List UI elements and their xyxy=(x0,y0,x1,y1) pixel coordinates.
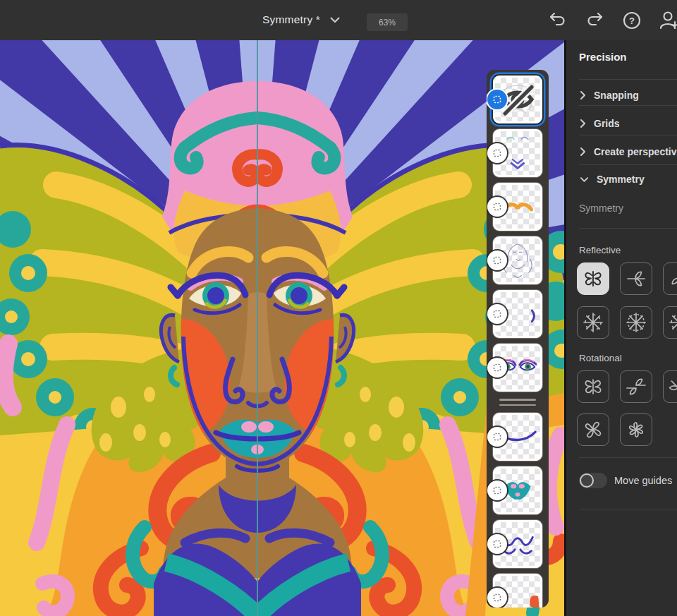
rotate-diagonal-icon[interactable] xyxy=(663,370,677,403)
move-guides-toggle[interactable] xyxy=(579,473,607,488)
divider xyxy=(579,228,677,229)
layers-panel xyxy=(487,70,549,608)
question-circle-icon: ? xyxy=(622,11,642,30)
section-label: Create perspectiv xyxy=(594,146,677,157)
transform-dots-icon[interactable] xyxy=(487,427,507,447)
panel-title: Precision xyxy=(579,51,627,63)
undo-button[interactable] xyxy=(545,10,571,31)
layer-row-small-stroke[interactable] xyxy=(493,290,542,338)
redo-icon xyxy=(585,11,604,30)
layer-row-chin-curve[interactable] xyxy=(493,413,542,461)
transform-dots-icon[interactable] xyxy=(487,90,507,109)
transform-dots-icon[interactable] xyxy=(487,588,507,608)
symmetry-guide-line[interactable] xyxy=(257,40,258,616)
rotational-label: Rotational xyxy=(579,353,622,363)
person-add-icon xyxy=(657,10,677,31)
divider xyxy=(579,105,677,106)
top-bar: Symmetry * 63% ? xyxy=(0,0,677,40)
divider xyxy=(579,509,677,509)
toggle-knob xyxy=(580,473,594,488)
transform-dots-icon[interactable] xyxy=(487,481,507,500)
question-glyph: ? xyxy=(629,16,635,26)
chevron-right-icon xyxy=(580,147,586,157)
rotate-butterfly-icon[interactable] xyxy=(577,370,609,403)
layer-row-shoulder-shapes[interactable] xyxy=(493,574,542,608)
transform-dots-icon[interactable] xyxy=(487,197,507,217)
divider xyxy=(579,164,677,165)
chevron-down-icon xyxy=(330,17,340,23)
account-button[interactable] xyxy=(657,10,677,31)
reflective-options-row-1 xyxy=(577,262,677,295)
canvas[interactable] xyxy=(0,40,564,616)
chevron-right-icon xyxy=(580,119,586,128)
layer-row-lash-guides[interactable] xyxy=(493,129,542,177)
reflect-diagonal-fin-icon[interactable] xyxy=(663,262,677,295)
transform-dots-icon[interactable] xyxy=(487,250,507,270)
rotate-fin-icon[interactable] xyxy=(620,370,652,403)
layer-row-face-sketch[interactable] xyxy=(493,236,542,284)
layer-row-sketch[interactable] xyxy=(493,76,542,123)
document-title: Symmetry * xyxy=(262,13,320,26)
reflective-label: Reflective xyxy=(579,245,621,255)
mandala-10-axis-icon[interactable] xyxy=(620,306,652,339)
help-button[interactable]: ? xyxy=(619,10,645,31)
mandala-12-axis-icon[interactable] xyxy=(663,306,677,339)
rotate-flower-8-icon[interactable] xyxy=(620,413,652,446)
section-create-perspective[interactable]: Create perspectiv xyxy=(566,140,677,164)
undo-icon xyxy=(548,11,568,30)
artwork xyxy=(0,40,564,616)
rotate-flower-4-icon[interactable] xyxy=(577,413,609,446)
section-snapping[interactable]: Snapping xyxy=(566,83,677,107)
section-grids[interactable]: Grids xyxy=(566,111,677,135)
chevron-down-icon xyxy=(580,176,589,183)
chevron-right-icon xyxy=(580,90,586,100)
transform-dots-icon[interactable] xyxy=(487,358,507,378)
symmetry-row-label[interactable]: Symmetry xyxy=(579,203,623,214)
layer-row-eyes[interactable] xyxy=(493,344,542,392)
divider xyxy=(579,135,677,135)
transform-dots-icon[interactable] xyxy=(487,534,507,554)
layer-row-lips[interactable] xyxy=(493,466,542,514)
section-label: Symmetry xyxy=(597,174,645,185)
app-window: Symmetry * 63% ? xyxy=(0,0,677,616)
move-guides-toggle-row[interactable]: Move guides xyxy=(579,473,672,488)
layer-row-neck-squiggles[interactable] xyxy=(493,520,542,568)
zoom-level-badge[interactable]: 63% xyxy=(367,13,408,31)
section-symmetry[interactable]: Symmetry xyxy=(566,167,677,191)
redo-button[interactable] xyxy=(582,10,607,31)
reflect-vertical-butterfly-icon[interactable] xyxy=(577,262,609,295)
reflective-options-row-2 xyxy=(577,306,677,339)
transform-dots-icon[interactable] xyxy=(487,304,507,324)
rotational-options-row-2 xyxy=(577,413,652,446)
section-label: Snapping xyxy=(594,90,639,101)
move-guides-label: Move guides xyxy=(614,475,672,486)
rotational-options-row-1 xyxy=(577,370,677,403)
precision-panel: Precision Snapping Grids Create perspect… xyxy=(564,40,677,616)
layer-row-eyebrows[interactable] xyxy=(493,183,542,231)
section-label: Grids xyxy=(594,118,620,129)
layer-group-indicator[interactable] xyxy=(499,397,536,407)
divider xyxy=(579,79,677,80)
document-title-menu[interactable]: Symmetry * xyxy=(262,10,340,30)
divider xyxy=(579,457,677,458)
transform-dots-icon[interactable] xyxy=(487,143,507,163)
reflect-horizontal-fin-icon[interactable] xyxy=(620,262,652,295)
mandala-8-axis-icon[interactable] xyxy=(577,306,609,339)
